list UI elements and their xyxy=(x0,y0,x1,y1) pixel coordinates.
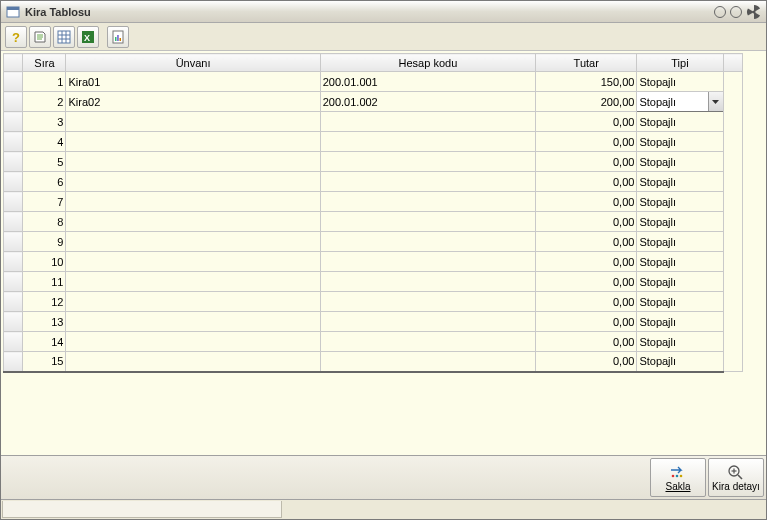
cell-sira[interactable]: 10 xyxy=(23,252,66,272)
cell-tutar[interactable]: 0,00 xyxy=(536,352,637,372)
cell-hesap[interactable] xyxy=(320,352,535,372)
cell-tutar[interactable]: 0,00 xyxy=(536,332,637,352)
cell-tutar[interactable]: 0,00 xyxy=(536,132,637,152)
cell-sira[interactable]: 6 xyxy=(23,172,66,192)
row-header[interactable] xyxy=(4,172,23,192)
cell-hesap[interactable] xyxy=(320,172,535,192)
cell-unvani[interactable]: Kira02 xyxy=(66,92,320,112)
cell-tutar[interactable]: 0,00 xyxy=(536,152,637,172)
cell-tipi[interactable]: Stopajlı xyxy=(637,212,723,232)
cell-tutar[interactable]: 0,00 xyxy=(536,272,637,292)
cell-unvani[interactable] xyxy=(66,212,320,232)
cell-tipi[interactable]: Stopajlı xyxy=(637,72,723,92)
cell-tutar[interactable]: 150,00 xyxy=(536,72,637,92)
cell-unvani[interactable] xyxy=(66,292,320,312)
data-grid[interactable]: Sıra Ünvanı Hesap kodu Tutar Tipi 1Kira0… xyxy=(3,53,743,373)
kira-detayi-button[interactable]: Kira detayı xyxy=(708,458,764,497)
cell-unvani[interactable] xyxy=(66,272,320,292)
table-row[interactable]: 60,00Stopajlı xyxy=(4,172,743,192)
help-button[interactable]: ? xyxy=(5,26,27,48)
cell-unvani[interactable] xyxy=(66,312,320,332)
cell-sira[interactable]: 14 xyxy=(23,332,66,352)
cell-tipi[interactable]: Stopajlı xyxy=(637,312,723,332)
cell-unvani[interactable]: Kira01 xyxy=(66,72,320,92)
row-header[interactable] xyxy=(4,92,23,112)
cell-tutar[interactable]: 0,00 xyxy=(536,112,637,132)
table-row[interactable]: 80,00Stopajlı xyxy=(4,212,743,232)
row-header[interactable] xyxy=(4,152,23,172)
cell-sira[interactable]: 7 xyxy=(23,192,66,212)
col-header-tipi[interactable]: Tipi xyxy=(637,54,723,72)
cell-sira[interactable]: 15 xyxy=(23,352,66,372)
row-header[interactable] xyxy=(4,232,23,252)
table-row[interactable]: 150,00Stopajlı xyxy=(4,352,743,372)
row-header[interactable] xyxy=(4,72,23,92)
table-row[interactable]: 40,00Stopajlı xyxy=(4,132,743,152)
cell-tipi[interactable]: StopajlıStopajlıKDV li xyxy=(637,92,723,112)
row-header[interactable] xyxy=(4,132,23,152)
cell-unvani[interactable] xyxy=(66,132,320,152)
row-header[interactable] xyxy=(4,112,23,132)
cell-sira[interactable]: 11 xyxy=(23,272,66,292)
minimize-icon[interactable] xyxy=(714,6,726,18)
cell-sira[interactable]: 9 xyxy=(23,232,66,252)
cell-tipi[interactable]: Stopajlı xyxy=(637,292,723,312)
table-row[interactable]: 70,00Stopajlı xyxy=(4,192,743,212)
cell-hesap[interactable] xyxy=(320,152,535,172)
close-icon[interactable] xyxy=(746,4,762,20)
grid-button[interactable] xyxy=(53,26,75,48)
table-row[interactable]: 2Kira02200.01.002200,00StopajlıStopajlıK… xyxy=(4,92,743,112)
cell-tipi[interactable]: Stopajlı xyxy=(637,152,723,172)
dropdown-arrow-icon[interactable] xyxy=(708,92,723,111)
cell-sira[interactable]: 1 xyxy=(23,72,66,92)
cell-unvani[interactable] xyxy=(66,152,320,172)
sakla-button[interactable]: Sakla xyxy=(650,458,706,497)
cell-hesap[interactable] xyxy=(320,212,535,232)
col-header-unvani[interactable]: Ünvanı xyxy=(66,54,320,72)
row-header[interactable] xyxy=(4,252,23,272)
cell-hesap[interactable] xyxy=(320,272,535,292)
row-header[interactable] xyxy=(4,272,23,292)
cell-tutar[interactable]: 0,00 xyxy=(536,232,637,252)
cell-sira[interactable]: 5 xyxy=(23,152,66,172)
cell-tipi[interactable]: Stopajlı xyxy=(637,252,723,272)
notes-button[interactable] xyxy=(29,26,51,48)
cell-tipi[interactable]: Stopajlı xyxy=(637,112,723,132)
cell-tutar[interactable]: 0,00 xyxy=(536,172,637,192)
cell-tipi[interactable]: Stopajlı xyxy=(637,272,723,292)
row-header[interactable] xyxy=(4,192,23,212)
cell-tipi[interactable]: Stopajlı xyxy=(637,192,723,212)
titlebar[interactable]: Kira Tablosu xyxy=(1,1,766,23)
cell-sira[interactable]: 4 xyxy=(23,132,66,152)
excel-button[interactable]: X xyxy=(77,26,99,48)
corner-header[interactable] xyxy=(4,54,23,72)
table-row[interactable]: 130,00Stopajlı xyxy=(4,312,743,332)
cell-sira[interactable]: 3 xyxy=(23,112,66,132)
cell-unvani[interactable] xyxy=(66,352,320,372)
col-header-tutar[interactable]: Tutar xyxy=(536,54,637,72)
row-header[interactable] xyxy=(4,312,23,332)
cell-unvani[interactable] xyxy=(66,332,320,352)
row-header[interactable] xyxy=(4,332,23,352)
cell-hesap[interactable] xyxy=(320,112,535,132)
cell-unvani[interactable] xyxy=(66,232,320,252)
cell-hesap[interactable] xyxy=(320,192,535,212)
table-row[interactable]: 100,00Stopajlı xyxy=(4,252,743,272)
cell-hesap[interactable] xyxy=(320,252,535,272)
table-row[interactable]: 1Kira01200.01.001150,00Stopajlı xyxy=(4,72,743,92)
cell-unvani[interactable] xyxy=(66,112,320,132)
cell-tutar[interactable]: 0,00 xyxy=(536,192,637,212)
row-header[interactable] xyxy=(4,212,23,232)
cell-tutar[interactable]: 200,00 xyxy=(536,92,637,112)
cell-tutar[interactable]: 0,00 xyxy=(536,252,637,272)
table-row[interactable]: 50,00Stopajlı xyxy=(4,152,743,172)
cell-hesap[interactable] xyxy=(320,292,535,312)
cell-tutar[interactable]: 0,00 xyxy=(536,312,637,332)
cell-tipi[interactable]: Stopajlı xyxy=(637,132,723,152)
cell-tipi[interactable]: Stopajlı xyxy=(637,232,723,252)
vertical-scrollbar[interactable] xyxy=(723,72,742,372)
cell-tipi[interactable]: Stopajlı xyxy=(637,352,723,372)
cell-sira[interactable]: 8 xyxy=(23,212,66,232)
cell-hesap[interactable] xyxy=(320,312,535,332)
cell-unvani[interactable] xyxy=(66,252,320,272)
